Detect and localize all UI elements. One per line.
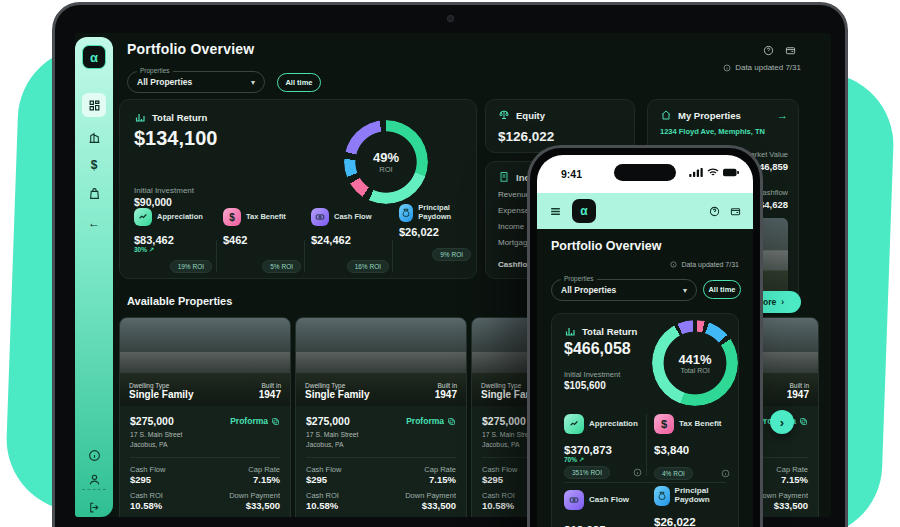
info-icon[interactable]: [633, 468, 642, 477]
built-in-label: Built in: [787, 382, 809, 389]
metric-value: $370,873: [564, 444, 642, 456]
down-payment-value: $33,500: [405, 500, 456, 511]
total-return-title: Total Return: [152, 112, 207, 123]
cap-rate-label: Cap Rate: [776, 465, 808, 474]
signal-icon: [689, 168, 703, 177]
metric-label: Tax Benefit: [246, 213, 286, 222]
property-photo: Dwelling TypeSingle Family Built in1947: [120, 318, 290, 406]
metric-value: $3,840: [654, 444, 730, 456]
buildings-icon: [88, 131, 101, 144]
property-card[interactable]: Dwelling TypeSingle Family Built in1947 …: [119, 317, 291, 517]
cash-flow-value: $295: [482, 474, 517, 485]
total-return-card: Total Return $134,100 Initial Investment…: [119, 99, 477, 279]
wifi-icon: [707, 168, 719, 177]
help-icon[interactable]: [763, 45, 774, 56]
chart-icon: [134, 111, 146, 123]
sidebar-item-finance[interactable]: $: [82, 153, 106, 177]
proforma-link[interactable]: Proforma: [406, 416, 456, 426]
metric-value: $26,022: [399, 226, 471, 238]
sidebar-item-marketplace[interactable]: [82, 181, 106, 205]
properties-dropdown[interactable]: All Properties ▾: [127, 71, 265, 93]
roi-badge: 5% ROI: [262, 260, 301, 273]
built-in: 1947: [787, 389, 809, 400]
income-row-revenue: Revenue: [498, 190, 530, 199]
property-address-link[interactable]: 1234 Floyd Ave, Memphis, TN: [660, 127, 790, 136]
income-row-income: Income: [498, 222, 524, 231]
address-line1: 17 S. Main Street: [130, 431, 183, 438]
dashboard-grid-icon: [88, 99, 101, 112]
app-logo[interactable]: α: [572, 199, 596, 223]
cash-flow-label: Cash Flow: [130, 465, 165, 474]
metric-value: $462: [223, 234, 301, 246]
all-time-button[interactable]: All time: [703, 280, 741, 299]
proforma-link[interactable]: Proforma: [230, 416, 280, 426]
cash-flow-icon: [311, 208, 329, 226]
arrow-right-icon[interactable]: →: [777, 109, 788, 121]
roi-badge: 16% ROI: [347, 260, 389, 273]
all-time-button[interactable]: All time: [277, 73, 321, 92]
price: $275,000: [482, 415, 526, 427]
menu-icon[interactable]: [549, 205, 562, 218]
cash-roi-value: 10.58%: [482, 500, 515, 511]
phone-page-title: Portfolio Overview: [551, 239, 661, 253]
sidebar-item-properties[interactable]: [82, 125, 106, 149]
wallet-icon[interactable]: [785, 45, 796, 56]
initial-investment-value: $105,600: [564, 380, 606, 391]
metric-label: Principal Paydown: [675, 486, 730, 504]
info-icon: [88, 449, 101, 462]
equity-value: $126,022: [498, 129, 554, 144]
info-icon[interactable]: [721, 469, 730, 478]
dollar-icon: $: [91, 158, 98, 172]
available-properties-title: Available Properties: [127, 295, 232, 307]
roi-badge: 9% ROI: [432, 248, 471, 261]
sidebar-item-collapse[interactable]: ←: [82, 211, 106, 235]
total-return-title: Total Return: [582, 326, 637, 337]
proforma-label: Proforma: [406, 416, 444, 426]
app-logo[interactable]: α: [82, 45, 106, 69]
down-payment-label: Down Payment: [229, 491, 280, 500]
down-payment-value: $33,500: [757, 500, 808, 511]
principal-paydown-icon: [399, 204, 413, 222]
metric-value: $26,022: [654, 516, 730, 527]
total-return-card: Total Return $466,058 Initial Investment…: [551, 313, 739, 527]
cashflow-value: $4,628: [759, 199, 788, 210]
help-icon[interactable]: [709, 206, 720, 217]
sidebar: α $ ←: [75, 37, 113, 517]
copy-icon: [447, 417, 456, 426]
down-payment-value: $33,500: [229, 500, 280, 511]
sidebar-item-account[interactable]: [82, 467, 106, 491]
wallet-icon[interactable]: [730, 206, 741, 217]
properties-dropdown[interactable]: All Properties ▾: [551, 279, 697, 301]
properties-dropdown-label: Properties: [561, 275, 597, 282]
person-icon: [88, 473, 101, 486]
cash-flow-value: $295: [130, 474, 165, 485]
phone-status-bar: 9:41: [537, 155, 753, 193]
equity-title: Equity: [516, 110, 545, 121]
info-icon: [670, 261, 677, 268]
sidebar-item-dashboard[interactable]: [82, 93, 106, 117]
metric-label: Cash Flow: [589, 495, 629, 504]
property-card[interactable]: Dwelling TypeSingle Family Built in1947 …: [295, 317, 467, 517]
tax-benefit-icon: $: [654, 414, 674, 434]
appreciation-icon: [564, 414, 584, 434]
page-title: Portfolio Overview: [127, 41, 254, 57]
stage: α $ ←: [0, 0, 900, 527]
built-in: 1947: [435, 389, 457, 400]
arrow-left-icon: ←: [88, 216, 100, 230]
metric-appreciation: Appreciation $370,873 70% ↗ 351% ROI: [564, 414, 642, 479]
appreciation-icon: [134, 208, 152, 226]
properties-dropdown-value: All Properties: [137, 77, 192, 87]
built-in-label: Built in: [259, 382, 281, 389]
dwelling-type-label: Dwelling Type: [305, 382, 369, 389]
roi-percboth: 49%: [373, 150, 399, 165]
webcam-dot: [448, 16, 453, 21]
sidebar-item-info[interactable]: [82, 443, 106, 467]
proforma-label: Proforma: [230, 416, 268, 426]
metric-label: Appreciation: [157, 213, 203, 222]
cap-rate-value: 7.15%: [776, 474, 808, 485]
copy-icon: [799, 417, 808, 426]
carousel-next-button[interactable]: ›: [770, 410, 794, 434]
built-in: 1947: [259, 389, 281, 400]
sidebar-item-logout[interactable]: [82, 495, 106, 517]
initial-investment-label: Initial Investment: [134, 186, 194, 195]
